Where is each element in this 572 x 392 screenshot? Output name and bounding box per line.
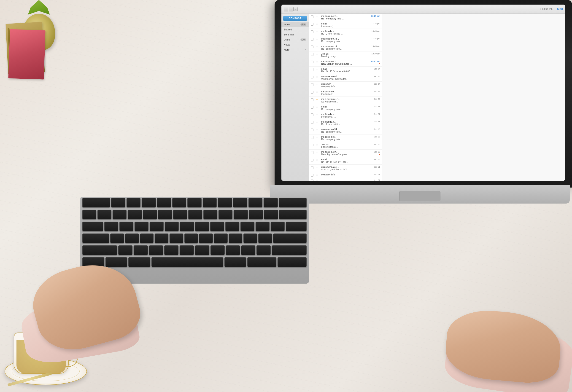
sidebar-item-drafts[interactable]: Drafts (10) [281,37,309,42]
email-row[interactable]: ☆ Join us blessing today ... Sep 15 [309,142,382,150]
key-c[interactable] [149,245,163,255]
email-checkbox[interactable] [311,76,314,78]
key-f[interactable] [155,234,168,243]
key-shift-right[interactable] [272,245,307,255]
star-icon[interactable]: ☆ [316,23,320,25]
key-9[interactable] [219,210,232,219]
email-checkbox[interactable] [311,121,314,124]
key-caps[interactable] [82,234,109,243]
key-t[interactable] [165,222,179,231]
star-icon[interactable]: ☆ [316,30,320,33]
star-icon[interactable]: ☆ [316,173,320,176]
email-checkbox[interactable] [311,136,314,139]
key-2[interactable] [112,210,127,219]
key-k[interactable] [214,234,228,243]
key-i[interactable] [210,222,224,231]
email-row[interactable]: ☆ me,customer... Re : company info ... S… [309,134,382,142]
key-minus[interactable] [249,210,263,219]
key-esc[interactable] [82,198,110,207]
email-row[interactable]: ☆ me,friends in... Re : 2 new notifica .… [309,29,382,36]
email-checkbox[interactable] [311,53,314,56]
email-checkbox[interactable] [311,180,314,181]
email-row[interactable]: ☆ customer.no.34t... Re : company info .… [309,127,382,134]
email-row[interactable]: ☆ Aug 27 [309,178,382,181]
key-comma[interactable] [226,245,240,255]
key-f11[interactable] [264,198,278,207]
key-a[interactable] [110,234,124,243]
email-row[interactable]: ☆ company info Sep 11 [309,172,382,178]
next-arrow[interactable]: › [289,7,294,11]
star-icon[interactable]: ☆ [316,143,320,146]
key-b[interactable] [180,245,194,255]
key-f5[interactable] [172,198,187,207]
email-row[interactable]: ☆ me,customer.ri... New Sign-in on Compu… [309,59,382,66]
star-icon[interactable]: ☆ [316,45,320,48]
star-icon[interactable]: ☆ [316,60,320,63]
key-0[interactable] [234,210,248,219]
star-icon[interactable]: ☆ [316,121,320,123]
email-row[interactable]: ☆ Join us Meeting today ... 10:30 am [309,51,382,59]
key-p[interactable] [240,222,254,231]
key-shift-left[interactable] [82,245,117,255]
key-x[interactable] [134,245,148,255]
email-row[interactable]: ☆ me,friends.in... (no subject) ... Sep … [309,112,382,119]
trackpad[interactable] [399,191,440,201]
key-w[interactable] [119,222,133,231]
key-slash[interactable] [256,245,271,255]
key-7[interactable] [188,210,202,219]
email-row[interactable]: ☆ email (no subject) 11:15 pm [309,21,382,29]
key-close-bracket[interactable] [271,222,285,231]
key-period[interactable] [241,245,255,255]
star-icon[interactable]: ☆ [316,136,320,138]
star-icon[interactable]: ☆ [316,83,320,86]
email-checkbox[interactable] [311,159,314,161]
key-f2[interactable] [127,198,141,207]
email-row[interactable]: ☆ me,customer... (no subject) Sep 23 [309,89,382,97]
key-4[interactable] [143,210,157,219]
key-d[interactable] [140,234,154,243]
star-icon[interactable]: ☆ [316,106,320,108]
key-y[interactable] [180,222,194,231]
key-6[interactable] [173,210,187,219]
key-m[interactable] [210,245,225,255]
compose-button[interactable]: COMPOSE [283,16,307,21]
key-q[interactable] [104,222,118,231]
sidebar-item-notes[interactable]: Notes [281,42,309,47]
key-delete[interactable] [279,210,307,219]
key-equals[interactable] [264,210,278,219]
email-checkbox[interactable] [311,68,314,71]
sidebar-item-starred[interactable]: Starred [281,27,309,32]
key-f7[interactable] [203,198,217,207]
email-row[interactable]: ★ me,a.customer.ri... we want some ... S… [309,97,382,104]
email-checkbox[interactable] [311,98,314,101]
email-checkbox[interactable] [311,15,314,18]
email-checkbox[interactable] [311,128,314,131]
email-row[interactable]: ☆ customer.no.ori... what do you think s… [309,165,382,172]
star-icon[interactable]: ★ [316,98,320,101]
email-checkbox[interactable] [311,61,314,63]
email-checkbox[interactable] [311,151,314,154]
key-j[interactable] [199,234,213,243]
star-icon[interactable]: ☆ [316,68,320,70]
email-checkbox[interactable] [311,166,314,169]
email-row[interactable]: ☆ email Re : On 11 Sep at 11:00... Sep 1… [309,157,382,165]
email-checkbox[interactable] [311,113,314,116]
email-checkbox[interactable] [311,38,314,41]
search-icon[interactable]: ⌕ [294,7,298,11]
star-icon[interactable]: ☆ [316,53,320,55]
key-8[interactable] [203,210,217,219]
email-row[interactable]: ☆ email Re : company info ... Sep 23 [309,104,382,112]
email-row[interactable]: ☆ email Re : On 23 October at 09:00... S… [309,66,382,74]
email-row[interactable]: ☆ customer company info Sep 24 [309,82,382,89]
key-f6[interactable] [187,198,202,207]
sidebar-item-more[interactable]: More ▾ [281,47,309,52]
key-arrow-right[interactable] [278,257,307,267]
email-row[interactable]: ☆ customer.no.ori... What do you think s… [309,74,382,82]
key-u[interactable] [195,222,209,231]
email-checkbox[interactable] [311,23,314,26]
star-icon[interactable]: ☆ [316,128,320,131]
key-option-right[interactable] [224,257,246,267]
sidebar-item-sent[interactable]: Sent Mail [281,32,309,37]
key-z[interactable] [118,245,132,255]
prev-arrow[interactable]: ‹ [284,7,288,11]
